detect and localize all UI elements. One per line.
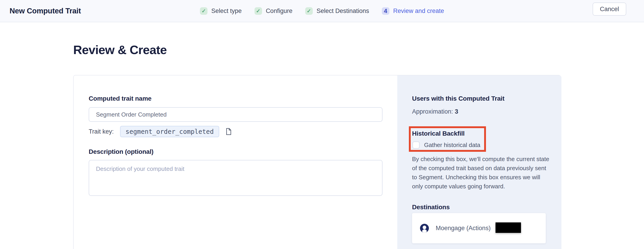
computed-trait-name-label: Computed trait name (89, 95, 152, 102)
page-title: Review & Create (73, 43, 167, 57)
step-select-type[interactable]: ✓ Select type (200, 7, 242, 15)
step-select-destinations[interactable]: ✓ Select Destinations (305, 7, 369, 15)
approximation-value: 3 (455, 108, 458, 115)
cancel-button[interactable]: Cancel (592, 2, 626, 16)
step-configure[interactable]: ✓ Configure (254, 7, 292, 15)
computed-trait-name-input[interactable] (89, 107, 382, 122)
check-icon: ✓ (305, 7, 313, 15)
step-review-and-create[interactable]: 4 Review and create (382, 7, 444, 15)
check-icon: ✓ (200, 7, 208, 15)
top-bar: New Computed Trait ✓ Select type ✓ Confi… (0, 0, 644, 22)
destination-card[interactable]: Moengage (Actions) (412, 213, 546, 243)
step-number-badge: 4 (382, 7, 389, 15)
approximation-row: Approximation:3 (412, 108, 458, 115)
description-label: Description (optional) (89, 148, 154, 155)
new-computed-trait-screen: New Computed Trait ✓ Select type ✓ Confi… (0, 0, 644, 249)
review-card: Computed trait name Trait key: segment_o… (73, 75, 561, 249)
backfill-description: By checking this box, we'll compute the … (412, 155, 551, 191)
step-label: Select Destinations (316, 7, 369, 14)
approximation-label: Approximation: (412, 108, 453, 115)
users-with-trait-heading: Users with this Computed Trait (412, 95, 504, 102)
step-label: Select type (211, 7, 242, 14)
historical-backfill-heading: Historical Backfill (412, 130, 464, 137)
copy-document-icon[interactable] (225, 128, 232, 135)
gather-historical-data-checkbox[interactable] (412, 142, 420, 149)
moengage-logo-icon (420, 224, 429, 233)
window-title: New Computed Trait (10, 0, 81, 22)
destinations-heading: Destinations (412, 204, 450, 211)
step-label: Configure (266, 7, 292, 14)
trait-key-label: Trait key: (89, 128, 114, 135)
gather-historical-data-label[interactable]: Gather historical data (424, 142, 480, 149)
check-icon: ✓ (254, 7, 262, 15)
description-textarea[interactable] (89, 160, 382, 196)
redaction-box (496, 223, 521, 233)
destination-name: Moengage (Actions) (436, 225, 491, 232)
wizard-steps: ✓ Select type ✓ Configure ✓ Select Desti… (200, 0, 444, 22)
trait-key-row: Trait key: segment_order_completed (89, 126, 232, 137)
gather-historical-data-row: Gather historical data (412, 142, 480, 149)
trait-key-value: segment_order_completed (120, 126, 219, 137)
step-label: Review and create (393, 7, 444, 14)
destination-row: Moengage (Actions) (420, 213, 491, 243)
